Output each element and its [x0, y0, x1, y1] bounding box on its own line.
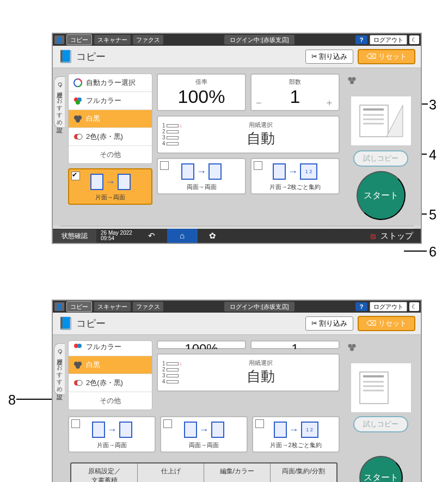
paper-value: 自動: [188, 367, 334, 386]
bw-icon: [73, 360, 83, 370]
svg-point-10: [352, 77, 356, 81]
duplex-2to2[interactable]: → 両面→両面: [160, 416, 248, 453]
tab-duplex-combine-split[interactable]: 両面/集約/分割: [271, 463, 336, 482]
main-body-scrolled: ⟳履歴／おすすめ設定 フルカラー: [53, 335, 421, 482]
duplex-1to2[interactable]: → 片面→両面: [68, 416, 156, 453]
density-icon[interactable]: [347, 76, 357, 88]
duplex-icon: →: [90, 173, 131, 191]
output-preview: [351, 363, 412, 413]
color-auto-label: 自動カラー選択: [86, 78, 136, 88]
sleep-button[interactable]: ☾: [409, 302, 419, 311]
duplex-icon: →: [92, 420, 132, 439]
start-button[interactable]: スタート: [359, 456, 403, 482]
callout-8: 8: [8, 392, 16, 408]
svg-point-26: [352, 344, 356, 348]
mode-fax[interactable]: ファクス: [133, 35, 163, 45]
two-color-icon: [73, 132, 83, 142]
tab-edit-color[interactable]: 編集/カラー: [204, 463, 271, 482]
mode-fax[interactable]: ファクス: [133, 302, 163, 312]
home-button[interactable]: ⌂: [167, 229, 198, 243]
qty-minus[interactable]: −: [256, 97, 262, 109]
duplex-combine[interactable]: →1 2 片面→2枚ごと集約: [252, 416, 340, 453]
callout-4: 4: [429, 147, 437, 163]
checkbox-icon: [255, 419, 264, 428]
help-button[interactable]: ?: [355, 302, 367, 311]
paper-value: 自動: [188, 129, 334, 148]
mode-copy[interactable]: コピー: [66, 301, 92, 312]
user-icon[interactable]: 👤: [54, 302, 64, 311]
status-button[interactable]: 状態確認: [53, 229, 96, 243]
trial-copy-button[interactable]: 試しコピー: [353, 150, 408, 167]
page-title: コピー: [76, 50, 106, 63]
tab-finishing[interactable]: 仕上げ: [138, 463, 204, 482]
duplex-icon: →1 2: [273, 162, 317, 181]
color-bw[interactable]: 白黒: [69, 356, 152, 374]
full-color-icon: [73, 96, 83, 106]
copy-icon: 📘: [58, 50, 73, 64]
stop-button[interactable]: ストップ: [381, 231, 421, 241]
mode-scan[interactable]: スキャナー: [94, 35, 131, 45]
trial-copy-button[interactable]: 試しコピー: [353, 416, 408, 432]
interrupt-button[interactable]: ✂ 割り込み: [305, 316, 354, 331]
quantity-card[interactable]: 部数 1 − ＋: [250, 74, 340, 111]
user-icon[interactable]: 👤: [54, 35, 64, 44]
app-header: 📘 コピー ✂ 割り込み ⌫ リセット: [53, 313, 421, 335]
svg-point-8: [77, 134, 82, 139]
density-icon[interactable]: [347, 343, 357, 355]
paper-select-card[interactable]: 1 ↓ 2 3 4 用紙選択 自動: [157, 353, 340, 392]
checkbox-icon: [254, 161, 262, 170]
mode-copy[interactable]: コピー: [66, 34, 92, 45]
footer: 状態確認 26 May 2022 09:54 ↶ ⌂ ✿ ⦻ ストップ: [53, 229, 421, 243]
help-button[interactable]: ?: [355, 35, 367, 44]
duplex-1to2-left[interactable]: → 片面→両面: [68, 168, 152, 205]
paper-label: 用紙選択: [188, 359, 334, 367]
logout-button[interactable]: ログアウト: [370, 35, 407, 45]
interrupt-button[interactable]: ✂ 割り込み: [305, 50, 354, 64]
ratio-card[interactable]: 倍率 100%: [157, 74, 246, 111]
ratio-label: 倍率: [195, 78, 207, 86]
paper-select-card[interactable]: 1 ↓ 2 3 4 用紙選択 自動: [157, 115, 340, 154]
reset-button[interactable]: ⌫ リセット: [358, 49, 415, 64]
color-full-label: フルカラー: [86, 96, 121, 106]
interrupt-label: 割り込み: [319, 52, 347, 60]
settings-button[interactable]: ✿: [198, 229, 228, 243]
color-mode-list: フルカラー 白黒: [68, 340, 152, 410]
color-full[interactable]: フルカラー: [69, 341, 152, 356]
interrupt-label: 割り込み: [319, 319, 347, 327]
page-title: コピー: [76, 317, 106, 330]
sleep-button[interactable]: ☾: [409, 35, 419, 44]
qty-value-partial: 1: [291, 341, 298, 349]
reset-button[interactable]: ⌫ リセット: [358, 316, 415, 331]
duplex-a-label: 片面→両面: [97, 441, 127, 449]
login-status: ログイン中:[赤坂支店]: [224, 35, 294, 45]
color-full[interactable]: フルカラー: [69, 92, 152, 110]
color-mode-list: 自動カラー選択 フルカラー 白黒: [68, 74, 152, 164]
ratio-value: 100%: [178, 86, 225, 107]
back-button[interactable]: ↶: [137, 229, 167, 243]
color-other[interactable]: その他: [69, 392, 152, 410]
logout-button[interactable]: ログアウト: [370, 302, 407, 312]
duplex-b-label: 両面→両面: [187, 183, 217, 191]
duplex-combine[interactable]: →1 2 片面→2枚ごと集約: [250, 158, 340, 194]
qty-plus[interactable]: ＋: [324, 96, 334, 109]
svg-point-11: [350, 81, 354, 84]
tab-original-settings[interactable]: 原稿設定／ 文書蓄積: [71, 463, 138, 482]
color-auto[interactable]: 自動カラー選択: [69, 74, 152, 92]
svg-point-9: [348, 77, 352, 81]
qty-label: 部数: [289, 78, 301, 86]
start-button[interactable]: スタート: [357, 171, 406, 220]
color-two[interactable]: 2色(赤・黒): [69, 374, 152, 392]
duplex-2to2[interactable]: → 両面→両面: [157, 158, 246, 194]
checkbox-icon: [163, 419, 172, 428]
mode-scan[interactable]: スキャナー: [94, 302, 131, 312]
color-bw[interactable]: 白黒: [69, 110, 152, 128]
color-two-label: 2色(赤・黒): [86, 132, 123, 142]
svg-point-25: [348, 344, 352, 348]
color-two[interactable]: 2色(赤・黒): [69, 128, 152, 146]
main-body: ⟳履歴／おすすめ設定 自動カラー選択: [53, 68, 421, 225]
color-other[interactable]: その他: [69, 146, 152, 163]
auto-color-icon: [73, 78, 83, 88]
history-tab[interactable]: ⟳履歴／おすすめ設定: [54, 76, 65, 128]
history-tab[interactable]: ⟳履歴／おすすめ設定: [54, 343, 65, 395]
ratio-value-partial: 100%: [185, 341, 218, 349]
